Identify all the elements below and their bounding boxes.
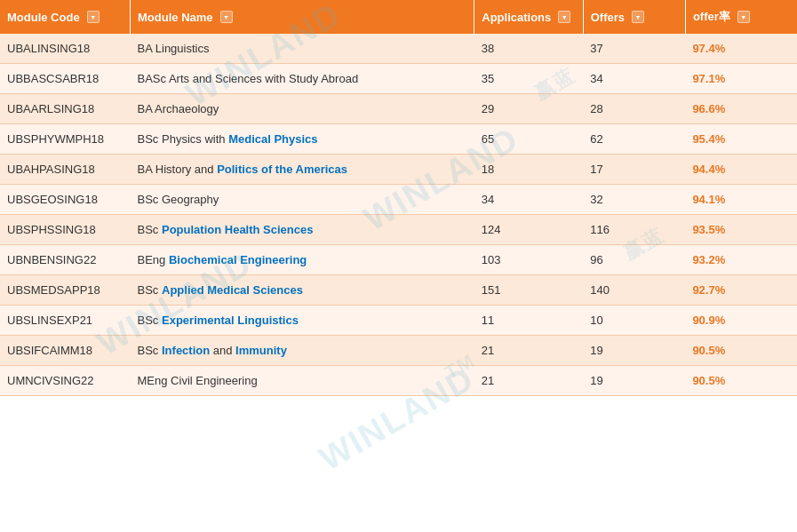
- cell-name: BA History and Politics of the Americas: [131, 155, 474, 185]
- cell-offers: 96: [583, 245, 685, 275]
- col-rate-label: offer率: [693, 9, 730, 25]
- cell-offers: 116: [583, 215, 685, 245]
- cell-code: UMNCIVSING22: [0, 366, 131, 396]
- table-body: UBALINSING18BA Linguistics383797.4%UBBAS…: [0, 34, 797, 396]
- cell-offers: 10: [583, 306, 685, 336]
- cell-applications: 11: [474, 306, 583, 336]
- cell-offers: 37: [583, 34, 685, 64]
- cell-name: MEng Civil Engineering: [131, 366, 474, 396]
- cell-offers: 32: [583, 185, 685, 215]
- cell-code: UBBASCSABR18: [0, 64, 131, 94]
- cell-offer-rate: 94.1%: [685, 185, 797, 215]
- col-header-rate: offer率: [685, 0, 797, 34]
- table-header-row: Module Code Module Name Applications: [0, 0, 797, 34]
- table-row: UMNCIVSING22MEng Civil Engineering211990…: [0, 366, 797, 396]
- cell-offers: 17: [583, 155, 685, 185]
- cell-applications: 35: [474, 64, 583, 94]
- cell-offer-rate: 94.4%: [685, 155, 797, 185]
- cell-applications: 21: [474, 336, 583, 366]
- main-table-container: Module Code Module Name Applications: [0, 0, 797, 396]
- col-name-label: Module Name: [138, 11, 213, 24]
- cell-code: UBSIFCAIMM18: [0, 336, 131, 366]
- cell-offer-rate: 97.1%: [685, 64, 797, 94]
- filter-rate-icon[interactable]: [737, 11, 750, 23]
- cell-applications: 124: [474, 215, 583, 245]
- col-code-label: Module Code: [7, 11, 80, 24]
- cell-offer-rate: 90.5%: [685, 366, 797, 396]
- cell-code: UBAHPASING18: [0, 155, 131, 185]
- table-row: UBSLINSEXP21BSc Experimental Linguistics…: [0, 306, 797, 336]
- cell-code: UBAARLSING18: [0, 94, 131, 124]
- cell-applications: 29: [474, 94, 583, 124]
- cell-name: BSc Physics with Medical Physics: [131, 124, 474, 155]
- col-offers-label: Offers: [591, 11, 625, 24]
- cell-applications: 38: [474, 34, 583, 64]
- cell-applications: 151: [474, 275, 583, 306]
- cell-code: UBSPHSSING18: [0, 215, 131, 245]
- cell-code: UBNBENSING22: [0, 245, 131, 275]
- table-row: UBSGEOSING18BSc Geography343294.1%: [0, 185, 797, 215]
- col-header-name: Module Name: [131, 0, 474, 34]
- filter-code-icon[interactable]: [87, 11, 100, 23]
- table-row: UBSPHSSING18BSc Population Health Scienc…: [0, 215, 797, 245]
- filter-name-icon[interactable]: [220, 11, 233, 23]
- cell-offers: 34: [583, 64, 685, 94]
- cell-name: BSc Experimental Linguistics: [131, 306, 474, 336]
- cell-offer-rate: 90.9%: [685, 306, 797, 336]
- cell-code: UBSPHYWMPH18: [0, 124, 131, 155]
- table-row: UBSIFCAIMM18BSc Infection and Immunity21…: [0, 336, 797, 366]
- cell-name: BSc Infection and Immunity: [131, 336, 474, 366]
- col-header-apps: Applications: [474, 0, 583, 34]
- table-row: UBNBENSING22BEng Biochemical Engineering…: [0, 245, 797, 275]
- filter-apps-icon[interactable]: [558, 11, 570, 23]
- table-row: UBAHPASING18BA History and Politics of t…: [0, 155, 797, 185]
- table-row: UBSMEDSAPP18BSc Applied Medical Sciences…: [0, 275, 797, 306]
- cell-offer-rate: 96.6%: [685, 94, 797, 124]
- col-header-code: Module Code: [0, 0, 131, 34]
- cell-applications: 18: [474, 155, 583, 185]
- cell-offers: 140: [583, 275, 685, 306]
- col-apps-label: Applications: [482, 11, 551, 24]
- cell-code: UBALINSING18: [0, 34, 131, 64]
- cell-offer-rate: 93.5%: [685, 215, 797, 245]
- cell-offer-rate: 93.2%: [685, 245, 797, 275]
- filter-offers-icon[interactable]: [632, 11, 644, 23]
- cell-offers: 28: [583, 94, 685, 124]
- col-header-offers: Offers: [583, 0, 685, 34]
- cell-offer-rate: 97.4%: [685, 34, 797, 64]
- cell-applications: 103: [474, 245, 583, 275]
- cell-name: BASc Arts and Sciences with Study Abroad: [131, 64, 474, 94]
- cell-name: BA Linguistics: [131, 34, 474, 64]
- cell-applications: 21: [474, 366, 583, 396]
- cell-offer-rate: 90.5%: [685, 336, 797, 366]
- table-row: UBAARLSING18BA Archaeology292896.6%: [0, 94, 797, 124]
- table-row: UBALINSING18BA Linguistics383797.4%: [0, 34, 797, 64]
- table-row: UBBASCSABR18BASc Arts and Sciences with …: [0, 64, 797, 94]
- cell-applications: 34: [474, 185, 583, 215]
- table-row: UBSPHYWMPH18BSc Physics with Medical Phy…: [0, 124, 797, 155]
- cell-offers: 19: [583, 366, 685, 396]
- cell-name: BSc Geography: [131, 185, 474, 215]
- cell-name: BEng Biochemical Engineering: [131, 245, 474, 275]
- cell-code: UBSGEOSING18: [0, 185, 131, 215]
- cell-name: BSc Population Health Sciences: [131, 215, 474, 245]
- cell-offers: 62: [583, 124, 685, 155]
- cell-name: BA Archaeology: [131, 94, 474, 124]
- cell-name: BSc Applied Medical Sciences: [131, 275, 474, 306]
- cell-offers: 19: [583, 336, 685, 366]
- cell-applications: 65: [474, 124, 583, 155]
- cell-offer-rate: 95.4%: [685, 124, 797, 155]
- cell-code: UBSMEDSAPP18: [0, 275, 131, 306]
- cell-code: UBSLINSEXP21: [0, 306, 131, 336]
- cell-offer-rate: 92.7%: [685, 275, 797, 306]
- data-table: Module Code Module Name Applications: [0, 0, 797, 396]
